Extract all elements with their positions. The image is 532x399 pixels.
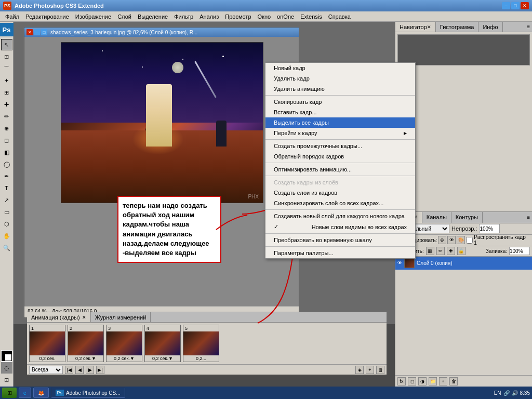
anim-frame-1[interactable]: 1 0,2 сек. (29, 325, 65, 362)
tool-brush[interactable]: ✏ (1, 111, 12, 122)
layer-delete-btn[interactable]: 🗑 (449, 377, 458, 385)
unify-style-btn[interactable]: 🎨 (457, 236, 465, 244)
ctx-new-frame[interactable]: Новый кадр (265, 63, 415, 73)
ctx-delete-animation[interactable]: Удалить анимацию (265, 84, 415, 94)
lock-move-btn[interactable]: ✚ (447, 247, 455, 255)
anim-frame-4[interactable]: 4 0,2 сек.▼ (144, 325, 181, 362)
ctx-tween[interactable]: Создать промежуточные кадры... (265, 141, 415, 151)
quick-mask[interactable]: ◌ (1, 362, 12, 374)
anim-prev-btn[interactable]: ◀ (75, 366, 84, 374)
layers-panel-menu[interactable]: ≡ (525, 215, 532, 220)
tool-marquee[interactable]: ⊡ (1, 51, 12, 62)
maximize-button[interactable]: □ (511, 2, 520, 9)
lock-paint-btn[interactable]: ✏ (436, 247, 445, 255)
anim-delete-frame-btn[interactable]: 🗑 (376, 366, 384, 374)
menu-edit[interactable]: Редактирование (22, 12, 72, 21)
tab-measurement-log[interactable]: Журнал измерений (91, 312, 151, 322)
tool-pen[interactable]: ✒ (1, 170, 12, 182)
screen-mode[interactable]: ⊡ (1, 374, 12, 385)
tool-heal[interactable]: ✚ (1, 99, 12, 110)
tab-animation-frames[interactable]: Анимация (кадры) ✕ (27, 312, 91, 322)
tab-paths[interactable]: Контуры (451, 212, 483, 223)
anim-play-btn[interactable]: ▶ (86, 366, 94, 374)
fill-input[interactable] (509, 247, 530, 255)
doc-close-btn[interactable]: ✕ (26, 29, 33, 35)
menu-select[interactable]: Выделение (135, 12, 171, 21)
layer-item[interactable]: 👁 Слой 0 (копия) (395, 257, 532, 270)
ctx-layers-from-frames[interactable]: Создать слои из кадров (265, 188, 415, 198)
spread-frame-checkbox[interactable] (466, 237, 473, 244)
ctx-sync-layer[interactable]: Синхронизировать слой со всех кадрах... (265, 198, 415, 208)
layer-fx-btn[interactable]: fx (397, 377, 406, 385)
photoshop-taskbar-btn[interactable]: Ps Adobe Photoshop CS... (51, 388, 125, 398)
menu-extensis[interactable]: Extensis (297, 12, 325, 21)
anim-frame-2[interactable]: 2 0,2 сек.▼ (68, 325, 104, 362)
ctx-convert-timeline[interactable]: Преобразовать во временную шкалу (265, 235, 415, 245)
tool-lasso[interactable]: ⌒ (1, 63, 12, 74)
ctx-delete-frame[interactable]: Удалить кадр (265, 73, 415, 84)
layer-group-btn[interactable]: 📁 (429, 377, 437, 385)
menu-layer[interactable]: Слой (114, 12, 135, 21)
lock-transparent-btn[interactable]: ▦ (426, 247, 434, 255)
tool-gradient[interactable]: ◧ (1, 147, 12, 158)
ctx-new-layer-per-frame[interactable]: Создавать новый слой для каждого нового … (265, 211, 415, 221)
firefox-btn[interactable]: 🦊 (33, 388, 49, 398)
tab-histogram[interactable]: Гистограмма (436, 22, 479, 32)
foreground-color[interactable] (1, 350, 12, 362)
close-button[interactable]: ✕ (521, 2, 529, 9)
unify-vis-btn[interactable]: 👁 (447, 236, 456, 244)
tool-eraser[interactable]: ◻ (1, 135, 12, 146)
anim-frame-3[interactable]: 3 0,2 сек.▼ (106, 325, 142, 362)
menu-window[interactable]: Окно (255, 12, 274, 21)
tool-hand[interactable]: ✋ (1, 230, 12, 242)
start-button[interactable]: ⊞ (2, 388, 17, 398)
tool-text[interactable]: T (1, 182, 12, 194)
anim-first-btn[interactable]: |◀ (65, 366, 73, 374)
doc-min-btn[interactable]: – (34, 29, 40, 35)
minimize-button[interactable]: – (502, 2, 510, 9)
tool-shape[interactable]: ▭ (1, 206, 12, 218)
tab-info[interactable]: Инфо (478, 22, 502, 32)
nav-panel-menu[interactable]: ≡ (525, 24, 532, 30)
menu-analysis[interactable]: Анализ (196, 12, 222, 21)
ctx-reverse[interactable]: Обратный порядок кадров (265, 151, 415, 162)
ctx-new-layers-visible[interactable]: ✓ Новые слои видимы во всех кадрах (265, 221, 415, 232)
ctx-select-all-frames[interactable]: Выделить все кадры (265, 117, 415, 128)
menu-filter[interactable]: Фильтр (171, 12, 196, 21)
doc-canvas[interactable]: PHX (24, 37, 299, 306)
tab-channels[interactable]: Каналы (422, 212, 451, 223)
repeat-select[interactable]: Всегда Один раз 3 раза (29, 366, 63, 374)
layer-adj-btn[interactable]: ◑ (418, 377, 427, 385)
layer-mask-btn[interactable]: ◻ (408, 377, 416, 385)
layer-eye-icon[interactable]: 👁 (397, 260, 402, 265)
menu-onone[interactable]: onOne (274, 12, 297, 21)
layer-new-btn[interactable]: + (439, 377, 447, 385)
menu-view[interactable]: Просмотр (222, 12, 254, 21)
menu-image[interactable]: Изображение (72, 12, 114, 21)
tool-dodge[interactable]: ◯ (1, 158, 12, 170)
tool-clone[interactable]: ⊕ (1, 123, 12, 134)
unify-pos-btn[interactable]: ⊕ (438, 236, 446, 244)
tool-zoom[interactable]: 🔍 (1, 242, 12, 254)
anim-add-frame-btn[interactable]: + (366, 366, 374, 374)
tab-navigator[interactable]: Навигатор ✕ (395, 22, 436, 32)
menu-file[interactable]: Файл (2, 12, 22, 21)
anim-tween-btn[interactable]: ◈ (355, 366, 364, 374)
ctx-goto-frame[interactable]: Перейти к кадру ▶ (265, 128, 415, 138)
tool-3d[interactable]: ⬡ (1, 218, 12, 230)
anim-next-btn[interactable]: ▶| (96, 366, 104, 374)
doc-max-btn[interactable]: □ (41, 29, 47, 35)
tool-move[interactable]: ↖ (1, 39, 12, 50)
anim-frame-5[interactable]: 5 0,2... (183, 325, 219, 362)
opacity-input[interactable] (479, 224, 500, 233)
lock-all-btn[interactable]: 🔒 (457, 247, 466, 255)
ctx-paste-frame[interactable]: Вставить кадр... (265, 107, 415, 117)
menu-help[interactable]: Справка (325, 12, 354, 21)
tool-crop[interactable]: ⊞ (1, 87, 12, 98)
ctx-copy-frame[interactable]: Скопировать кадр (265, 97, 415, 107)
ctx-optimize[interactable]: Оптимизировать анимацию... (265, 164, 415, 175)
ie-btn[interactable]: e (19, 388, 31, 398)
tool-magic-wand[interactable]: ✦ (1, 75, 12, 86)
tool-path-select[interactable]: ↗ (1, 194, 12, 206)
ctx-palette-options[interactable]: Параметры палитры... (265, 248, 415, 258)
